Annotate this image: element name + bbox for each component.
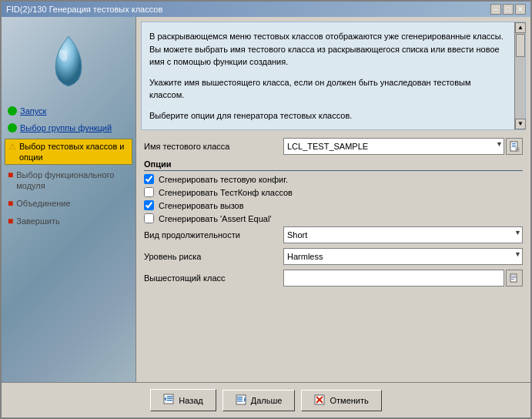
parent-class-input[interactable] [283, 270, 504, 287]
svg-rect-14 [167, 398, 172, 400]
gen-assert-checkbox[interactable] [144, 213, 154, 223]
sidebar-item-merge-label: Объединение [16, 198, 70, 209]
next-icon [236, 394, 248, 407]
options-label: Опции [144, 159, 523, 171]
droplet-svg [48, 32, 90, 90]
svg-rect-18 [237, 398, 243, 400]
warning-triangle-icon: ⚠ [8, 141, 16, 152]
class-name-new-button[interactable] [506, 138, 523, 155]
cancel-button[interactable]: Отменить [301, 390, 381, 411]
class-name-label: Имя тестового класса [144, 142, 279, 151]
next-button[interactable]: Дальше [223, 390, 296, 411]
svg-rect-15 [167, 400, 172, 401]
cancel-label: Отменить [330, 396, 368, 405]
svg-rect-3 [512, 145, 516, 146]
svg-rect-4 [512, 146, 516, 147]
risk-label: Уровень риска [144, 252, 279, 261]
risk-row: Уровень риска Harmless Dangerous Critica… [144, 248, 523, 265]
parent-class-input-wrap [283, 270, 523, 287]
minimize-button[interactable]: ─ [490, 4, 501, 15]
gen-config-label[interactable]: Сгенерировать тестовую конфиг. [159, 175, 288, 184]
close-button[interactable]: ✕ [515, 4, 526, 15]
new-document-icon [509, 141, 520, 152]
scrollbar-down-button[interactable]: ▼ [515, 119, 526, 129]
info-paragraph-1: В раскрывающемся меню тестовых классов о… [149, 30, 505, 69]
info-section: В раскрывающемся меню тестовых классов о… [141, 22, 526, 130]
checkbox-row-gen-call: Сгенерировать вызов [144, 200, 523, 210]
back-label: Назад [179, 396, 203, 405]
droplet-image [2, 17, 136, 98]
back-icon [163, 393, 176, 407]
info-scrollbar[interactable]: ▲ ▼ [514, 22, 525, 129]
sidebar-item-merge: ■ Объединение [5, 196, 132, 212]
class-name-input-wrap: LCL_TEST_SAMPLE ▼ [283, 138, 523, 155]
back-button[interactable]: Назад [150, 389, 216, 411]
red-square-icon-3: ■ [8, 216, 13, 228]
svg-rect-9 [511, 276, 516, 277]
checkbox-row-gen-assert: Сгенерировать 'Assert Equal' [144, 213, 523, 223]
green-circle-icon [8, 106, 17, 116]
gen-testconf-checkbox[interactable] [144, 187, 154, 197]
sidebar-item-group-label: Выбор группы функций [20, 122, 112, 133]
title-bar: FID(2)/130 Генерация тестовых классов ─ … [2, 2, 530, 17]
parent-class-browse-button[interactable] [506, 270, 523, 287]
checkbox-row-gen-testconf: Сгенерировать ТестКонф классов [144, 187, 523, 197]
green-circle-icon-2 [8, 123, 17, 132]
browse-icon [510, 273, 519, 283]
main-panel: В раскрывающемся меню тестовых классов о… [136, 17, 530, 382]
bottom-bar: Назад Дальше Отм [2, 382, 530, 417]
form-section: Имя тестового класса LCL_TEST_SAMPLE ▼ [136, 135, 530, 382]
risk-select-wrapper: Harmless Dangerous Critical ▼ [283, 248, 523, 265]
scrollbar-track [515, 33, 525, 119]
duration-select[interactable]: Short Medium Long [283, 226, 523, 243]
sidebar-item-module-label: Выбор функционального модуля [16, 169, 129, 192]
sidebar-item-launch-label: Запуск [20, 106, 46, 116]
sidebar-item-select-class[interactable]: ⚠ Выбор тестовых классов и опции [5, 139, 132, 166]
info-paragraph-2: Укажите имя вышестоящего класса, если он… [149, 76, 505, 102]
gen-assert-label[interactable]: Сгенерировать 'Assert Equal' [159, 214, 272, 223]
checkbox-row-gen-config: Сгенерировать тестовую конфиг. [144, 174, 523, 184]
title-buttons: ─ □ ✕ [490, 4, 526, 15]
info-paragraph-3: Выберите опции для генератора тестовых к… [149, 109, 505, 122]
sidebar-item-select-group[interactable]: Выбор группы функций [5, 121, 132, 135]
gen-testconf-label[interactable]: Сгенерировать ТестКонф классов [159, 188, 293, 197]
gen-call-label[interactable]: Сгенерировать вызов [159, 201, 244, 210]
parent-class-row: Вышестоящий класс [144, 270, 523, 287]
svg-rect-13 [167, 396, 172, 397]
red-square-icon: ■ [8, 169, 13, 182]
class-name-row: Имя тестового класса LCL_TEST_SAMPLE ▼ [144, 138, 523, 155]
svg-rect-11 [511, 279, 514, 280]
sidebar-item-select-module: ■ Выбор функционального модуля [5, 168, 132, 193]
sidebar-nav: Запуск Выбор группы функций ⚠ Выбор тест… [2, 98, 136, 236]
class-name-select[interactable]: LCL_TEST_SAMPLE [283, 138, 504, 155]
class-name-select-wrapper: LCL_TEST_SAMPLE ▼ [283, 138, 504, 155]
cancel-icon [314, 394, 326, 407]
svg-rect-2 [512, 143, 516, 144]
content-area: Запуск Выбор группы функций ⚠ Выбор тест… [2, 17, 530, 382]
main-window: FID(2)/130 Генерация тестовых классов ─ … [0, 0, 532, 419]
duration-row: Вид продолжительности Short Medium Long … [144, 226, 523, 243]
scrollbar-thumb[interactable] [516, 34, 525, 57]
gen-config-checkbox[interactable] [144, 174, 154, 184]
svg-rect-17 [237, 397, 243, 398]
scrollbar-up-button[interactable]: ▲ [515, 22, 526, 33]
sidebar: Запуск Выбор группы функций ⚠ Выбор тест… [2, 17, 136, 382]
sidebar-item-finish: ■ Завершить [5, 214, 132, 230]
svg-rect-19 [237, 401, 243, 402]
risk-select[interactable]: Harmless Dangerous Critical [283, 248, 523, 265]
sidebar-item-launch[interactable]: Запуск [5, 104, 132, 118]
gen-call-checkbox[interactable] [144, 200, 154, 210]
sidebar-item-finish-label: Завершить [16, 216, 59, 226]
svg-rect-10 [511, 277, 516, 278]
red-square-icon-2: ■ [8, 198, 13, 210]
duration-label: Вид продолжительности [144, 230, 279, 240]
duration-select-wrapper: Short Medium Long ▼ [283, 226, 523, 243]
next-label: Дальше [251, 396, 283, 405]
info-text: В раскрывающемся меню тестовых классов о… [149, 30, 505, 122]
window-title: FID(2)/130 Генерация тестовых классов [6, 5, 162, 14]
parent-class-label: Вышестоящий класс [144, 273, 279, 283]
maximize-button[interactable]: □ [503, 4, 514, 15]
sidebar-item-class-label: Выбор тестовых классов и опции [19, 141, 129, 163]
